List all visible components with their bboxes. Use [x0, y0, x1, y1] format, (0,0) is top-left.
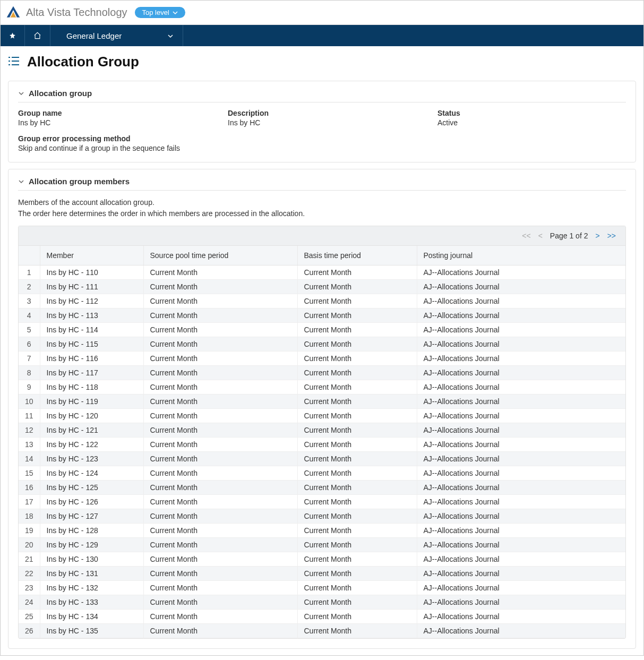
col-header-basis[interactable]: Basis time period	[297, 246, 417, 265]
error-method-value: Skip and continue if a group in the sequ…	[18, 144, 207, 152]
cell-basis: Current Month	[297, 280, 417, 294]
cell-num: 13	[19, 438, 40, 452]
panel-header[interactable]: Allocation group members	[18, 177, 626, 191]
cell-member: Ins by HC - 117	[40, 366, 143, 380]
table-row[interactable]: 4Ins by HC - 113Current MonthCurrent Mon…	[19, 308, 625, 323]
nav-home[interactable]	[25, 25, 50, 46]
cell-member: Ins by HC - 131	[40, 567, 143, 581]
cell-journal: AJ--Allocations Journal	[417, 509, 625, 524]
panel-title: Allocation group members	[29, 177, 130, 186]
cell-basis: Current Month	[297, 323, 417, 337]
cell-basis: Current Month	[297, 308, 417, 323]
cell-journal: AJ--Allocations Journal	[417, 423, 625, 438]
cell-source: Current Month	[143, 308, 297, 323]
pager-first[interactable]: <<	[522, 232, 530, 240]
cell-member: Ins by HC - 129	[40, 538, 143, 552]
table-row[interactable]: 10Ins by HC - 119Current MonthCurrent Mo…	[19, 395, 625, 409]
table-row[interactable]: 14Ins by HC - 123Current MonthCurrent Mo…	[19, 452, 625, 466]
pager-last[interactable]: >>	[607, 232, 616, 240]
table-row[interactable]: 24Ins by HC - 133Current MonthCurrent Mo…	[19, 595, 625, 610]
table-row[interactable]: 21Ins by HC - 130Current MonthCurrent Mo…	[19, 552, 625, 567]
table-row[interactable]: 17Ins by HC - 126Current MonthCurrent Mo…	[19, 495, 625, 509]
table-row[interactable]: 6Ins by HC - 115Current MonthCurrent Mon…	[19, 337, 625, 352]
members-help-text: Members of the account allocation group.…	[18, 197, 626, 219]
home-icon	[33, 31, 41, 40]
nav-module-label: General Ledger	[66, 31, 122, 40]
panel-allocation-group: Allocation group Group name Ins by HC Gr…	[8, 81, 636, 162]
cell-num: 12	[19, 423, 40, 438]
list-icon[interactable]	[8, 56, 20, 67]
chevron-down-icon	[173, 10, 178, 15]
table-row[interactable]: 5Ins by HC - 114Current MonthCurrent Mon…	[19, 323, 625, 337]
cell-source: Current Month	[143, 409, 297, 423]
cell-num: 22	[19, 567, 40, 581]
nav-favorites[interactable]	[1, 25, 25, 46]
table-row[interactable]: 2Ins by HC - 111Current MonthCurrent Mon…	[19, 280, 625, 294]
cell-member: Ins by HC - 126	[40, 495, 143, 509]
cell-member: Ins by HC - 119	[40, 395, 143, 409]
cell-num: 2	[19, 280, 40, 294]
col-header-num[interactable]	[19, 246, 40, 265]
cell-journal: AJ--Allocations Journal	[417, 610, 625, 624]
cell-num: 24	[19, 595, 40, 610]
table-row[interactable]: 26Ins by HC - 135Current MonthCurrent Mo…	[19, 624, 625, 638]
table-row[interactable]: 8Ins by HC - 117Current MonthCurrent Mon…	[19, 366, 625, 380]
col-header-journal[interactable]: Posting journal	[417, 246, 625, 265]
table-row[interactable]: 15Ins by HC - 124Current MonthCurrent Mo…	[19, 466, 625, 481]
cell-member: Ins by HC - 122	[40, 438, 143, 452]
table-row[interactable]: 7Ins by HC - 116Current MonthCurrent Mon…	[19, 352, 625, 366]
table-row[interactable]: 16Ins by HC - 125Current MonthCurrent Mo…	[19, 481, 625, 495]
table-row[interactable]: 12Ins by HC - 121Current MonthCurrent Mo…	[19, 423, 625, 438]
cell-journal: AJ--Allocations Journal	[417, 624, 625, 638]
table-row[interactable]: 25Ins by HC - 134Current MonthCurrent Mo…	[19, 610, 625, 624]
panel-header[interactable]: Allocation group	[18, 89, 626, 102]
cell-journal: AJ--Allocations Journal	[417, 595, 625, 610]
group-name-value: Ins by HC	[18, 118, 207, 127]
cell-source: Current Month	[143, 323, 297, 337]
table-row[interactable]: 19Ins by HC - 128Current MonthCurrent Mo…	[19, 524, 625, 538]
context-pill-label: Top level	[142, 8, 169, 16]
members-table-wrap: << < Page 1 of 2 > >> Member Source pool…	[18, 226, 626, 639]
cell-journal: AJ--Allocations Journal	[417, 581, 625, 595]
cell-source: Current Month	[143, 581, 297, 595]
table-row[interactable]: 1Ins by HC - 110Current MonthCurrent Mon…	[19, 265, 625, 280]
nav-module-dropdown[interactable]: General Ledger	[50, 25, 183, 46]
cell-member: Ins by HC - 134	[40, 610, 143, 624]
cell-journal: AJ--Allocations Journal	[417, 380, 625, 395]
cell-journal: AJ--Allocations Journal	[417, 323, 625, 337]
table-row[interactable]: 11Ins by HC - 120Current MonthCurrent Mo…	[19, 409, 625, 423]
cell-num: 10	[19, 395, 40, 409]
cell-source: Current Month	[143, 481, 297, 495]
context-pill[interactable]: Top level	[135, 7, 185, 18]
table-row[interactable]: 22Ins by HC - 131Current MonthCurrent Mo…	[19, 567, 625, 581]
cell-basis: Current Month	[297, 352, 417, 366]
col-header-member[interactable]: Member	[40, 246, 143, 265]
table-row[interactable]: 23Ins by HC - 132Current MonthCurrent Mo…	[19, 581, 625, 595]
table-row[interactable]: 9Ins by HC - 118Current MonthCurrent Mon…	[19, 380, 625, 395]
table-row[interactable]: 13Ins by HC - 122Current MonthCurrent Mo…	[19, 438, 625, 452]
cell-num: 17	[19, 495, 40, 509]
cell-num: 14	[19, 452, 40, 466]
cell-member: Ins by HC - 111	[40, 280, 143, 294]
cell-journal: AJ--Allocations Journal	[417, 567, 625, 581]
cell-source: Current Month	[143, 395, 297, 409]
pager-next[interactable]: >	[595, 232, 599, 240]
table-row[interactable]: 20Ins by HC - 129Current MonthCurrent Mo…	[19, 538, 625, 552]
pager-prev[interactable]: <	[538, 232, 543, 240]
cell-basis: Current Month	[297, 552, 417, 567]
cell-num: 21	[19, 552, 40, 567]
cell-source: Current Month	[143, 466, 297, 481]
cell-basis: Current Month	[297, 595, 417, 610]
cell-basis: Current Month	[297, 610, 417, 624]
description-value: Ins by HC	[228, 118, 416, 127]
cell-num: 7	[19, 352, 40, 366]
table-row[interactable]: 18Ins by HC - 127Current MonthCurrent Mo…	[19, 509, 625, 524]
cell-num: 3	[19, 294, 40, 308]
cell-source: Current Month	[143, 423, 297, 438]
cell-journal: AJ--Allocations Journal	[417, 337, 625, 352]
cell-source: Current Month	[143, 380, 297, 395]
cell-basis: Current Month	[297, 366, 417, 380]
table-row[interactable]: 3Ins by HC - 112Current MonthCurrent Mon…	[19, 294, 625, 308]
col-header-source[interactable]: Source pool time period	[143, 246, 297, 265]
help-line-1: Members of the account allocation group.	[18, 197, 626, 208]
